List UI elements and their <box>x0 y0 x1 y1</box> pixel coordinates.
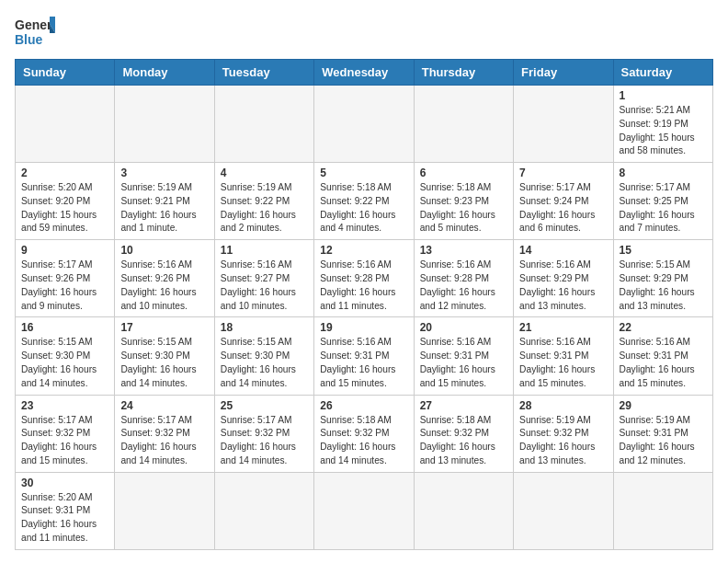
day-number: 30 <box>21 477 108 489</box>
calendar-cell: 25Sunrise: 5:17 AMSunset: 9:32 PMDayligh… <box>214 395 313 472</box>
day-info: Sunrise: 5:20 AMSunset: 9:20 PMDaylight:… <box>21 181 108 236</box>
week-row-1: 1Sunrise: 5:21 AMSunset: 9:19 PMDaylight… <box>16 86 713 163</box>
day-info: Sunrise: 5:17 AMSunset: 9:32 PMDaylight:… <box>221 414 308 468</box>
calendar-cell: 3Sunrise: 5:19 AMSunset: 9:21 PMDaylight… <box>115 163 214 240</box>
day-info: Sunrise: 5:17 AMSunset: 9:24 PMDaylight:… <box>519 181 607 236</box>
day-info: Sunrise: 5:18 AMSunset: 9:32 PMDaylight:… <box>420 414 507 468</box>
calendar-cell <box>514 472 613 549</box>
day-number: 2 <box>21 167 108 179</box>
calendar-cell <box>115 86 214 163</box>
day-info: Sunrise: 5:18 AMSunset: 9:22 PMDaylight:… <box>320 181 407 236</box>
day-info: Sunrise: 5:15 AMSunset: 9:30 PMDaylight:… <box>221 336 308 390</box>
day-info: Sunrise: 5:15 AMSunset: 9:29 PMDaylight:… <box>620 259 707 313</box>
day-number: 3 <box>120 167 208 179</box>
calendar-cell: 7Sunrise: 5:17 AMSunset: 9:24 PMDaylight… <box>514 163 613 240</box>
calendar-cell <box>414 472 513 549</box>
day-number: 9 <box>21 244 108 257</box>
day-info: Sunrise: 5:16 AMSunset: 9:28 PMDaylight:… <box>420 259 507 313</box>
calendar-cell: 27Sunrise: 5:18 AMSunset: 9:32 PMDayligh… <box>414 395 513 472</box>
day-info: Sunrise: 5:17 AMSunset: 9:26 PMDaylight:… <box>21 259 108 313</box>
day-info: Sunrise: 5:20 AMSunset: 9:31 PMDaylight:… <box>21 491 108 546</box>
day-info: Sunrise: 5:17 AMSunset: 9:32 PMDaylight:… <box>120 414 208 468</box>
calendar-cell: 28Sunrise: 5:19 AMSunset: 9:32 PMDayligh… <box>514 395 613 472</box>
calendar-cell: 1Sunrise: 5:21 AMSunset: 9:19 PMDaylight… <box>613 86 712 163</box>
week-row-4: 16Sunrise: 5:15 AMSunset: 9:30 PMDayligh… <box>16 317 713 395</box>
day-number: 28 <box>519 399 607 412</box>
day-number: 29 <box>620 399 707 412</box>
day-info: Sunrise: 5:16 AMSunset: 9:31 PMDaylight:… <box>620 336 707 390</box>
weekday-header-wednesday: Wednesday <box>314 60 414 86</box>
calendar-cell: 19Sunrise: 5:16 AMSunset: 9:31 PMDayligh… <box>314 317 414 395</box>
calendar-cell: 9Sunrise: 5:17 AMSunset: 9:26 PMDaylight… <box>16 240 115 317</box>
page-header: General Blue <box>15 15 713 50</box>
week-row-3: 9Sunrise: 5:17 AMSunset: 9:26 PMDaylight… <box>16 240 713 317</box>
day-number: 13 <box>420 244 507 257</box>
calendar: SundayMondayTuesdayWednesdayThursdayFrid… <box>15 59 713 550</box>
day-number: 11 <box>221 244 308 257</box>
week-row-6: 30Sunrise: 5:20 AMSunset: 9:31 PMDayligh… <box>16 472 713 549</box>
calendar-cell: 6Sunrise: 5:18 AMSunset: 9:23 PMDaylight… <box>414 163 513 240</box>
day-number: 14 <box>519 244 607 257</box>
day-number: 17 <box>120 321 208 334</box>
week-row-5: 23Sunrise: 5:17 AMSunset: 9:32 PMDayligh… <box>16 395 713 472</box>
weekday-header-monday: Monday <box>115 60 214 86</box>
day-info: Sunrise: 5:16 AMSunset: 9:27 PMDaylight:… <box>221 259 308 313</box>
day-number: 1 <box>620 89 707 102</box>
calendar-cell: 18Sunrise: 5:15 AMSunset: 9:30 PMDayligh… <box>214 317 313 395</box>
day-info: Sunrise: 5:18 AMSunset: 9:32 PMDaylight:… <box>320 414 407 468</box>
day-number: 25 <box>221 399 308 412</box>
day-info: Sunrise: 5:15 AMSunset: 9:30 PMDaylight:… <box>120 336 208 390</box>
calendar-cell: 24Sunrise: 5:17 AMSunset: 9:32 PMDayligh… <box>115 395 214 472</box>
calendar-cell: 14Sunrise: 5:16 AMSunset: 9:29 PMDayligh… <box>514 240 613 317</box>
calendar-cell: 10Sunrise: 5:16 AMSunset: 9:26 PMDayligh… <box>115 240 214 317</box>
day-info: Sunrise: 5:16 AMSunset: 9:31 PMDaylight:… <box>420 336 507 390</box>
calendar-cell: 4Sunrise: 5:19 AMSunset: 9:22 PMDaylight… <box>214 163 313 240</box>
day-number: 7 <box>519 167 607 179</box>
day-number: 5 <box>320 167 407 179</box>
day-info: Sunrise: 5:19 AMSunset: 9:21 PMDaylight:… <box>120 181 208 236</box>
logo: General Blue <box>15 15 55 50</box>
calendar-cell: 20Sunrise: 5:16 AMSunset: 9:31 PMDayligh… <box>414 317 513 395</box>
day-number: 21 <box>519 321 607 334</box>
calendar-cell: 15Sunrise: 5:15 AMSunset: 9:29 PMDayligh… <box>613 240 712 317</box>
calendar-cell <box>214 86 313 163</box>
calendar-cell: 2Sunrise: 5:20 AMSunset: 9:20 PMDaylight… <box>16 163 115 240</box>
calendar-cell: 29Sunrise: 5:19 AMSunset: 9:31 PMDayligh… <box>613 395 712 472</box>
calendar-cell: 5Sunrise: 5:18 AMSunset: 9:22 PMDaylight… <box>314 163 414 240</box>
calendar-cell: 8Sunrise: 5:17 AMSunset: 9:25 PMDaylight… <box>613 163 712 240</box>
calendar-cell: 23Sunrise: 5:17 AMSunset: 9:32 PMDayligh… <box>16 395 115 472</box>
day-info: Sunrise: 5:18 AMSunset: 9:23 PMDaylight:… <box>420 181 507 236</box>
calendar-cell <box>16 86 115 163</box>
calendar-cell: 16Sunrise: 5:15 AMSunset: 9:30 PMDayligh… <box>16 317 115 395</box>
day-info: Sunrise: 5:21 AMSunset: 9:19 PMDaylight:… <box>620 104 707 158</box>
day-number: 4 <box>221 167 308 179</box>
day-number: 12 <box>320 244 407 257</box>
calendar-cell: 17Sunrise: 5:15 AMSunset: 9:30 PMDayligh… <box>115 317 214 395</box>
day-info: Sunrise: 5:16 AMSunset: 9:31 PMDaylight:… <box>320 336 407 390</box>
day-number: 27 <box>420 399 507 412</box>
calendar-cell <box>214 472 313 549</box>
day-number: 18 <box>221 321 308 334</box>
calendar-cell <box>414 86 513 163</box>
day-number: 20 <box>420 321 507 334</box>
calendar-cell: 26Sunrise: 5:18 AMSunset: 9:32 PMDayligh… <box>314 395 414 472</box>
calendar-cell: 21Sunrise: 5:16 AMSunset: 9:31 PMDayligh… <box>514 317 613 395</box>
day-number: 22 <box>620 321 707 334</box>
day-info: Sunrise: 5:16 AMSunset: 9:26 PMDaylight:… <box>120 259 208 313</box>
day-number: 26 <box>320 399 407 412</box>
calendar-cell: 12Sunrise: 5:16 AMSunset: 9:28 PMDayligh… <box>314 240 414 317</box>
day-number: 10 <box>120 244 208 257</box>
svg-text:General: General <box>15 17 55 32</box>
day-info: Sunrise: 5:16 AMSunset: 9:31 PMDaylight:… <box>519 336 607 390</box>
weekday-header-sunday: Sunday <box>16 60 115 86</box>
day-number: 23 <box>21 399 108 412</box>
calendar-cell <box>514 86 613 163</box>
calendar-cell <box>314 472 414 549</box>
day-info: Sunrise: 5:16 AMSunset: 9:28 PMDaylight:… <box>320 259 407 313</box>
day-info: Sunrise: 5:19 AMSunset: 9:31 PMDaylight:… <box>620 414 707 468</box>
day-info: Sunrise: 5:15 AMSunset: 9:30 PMDaylight:… <box>21 336 108 390</box>
day-number: 8 <box>620 167 707 179</box>
calendar-cell: 22Sunrise: 5:16 AMSunset: 9:31 PMDayligh… <box>613 317 712 395</box>
logo-svg: General Blue <box>15 15 55 50</box>
day-info: Sunrise: 5:19 AMSunset: 9:32 PMDaylight:… <box>519 414 607 468</box>
